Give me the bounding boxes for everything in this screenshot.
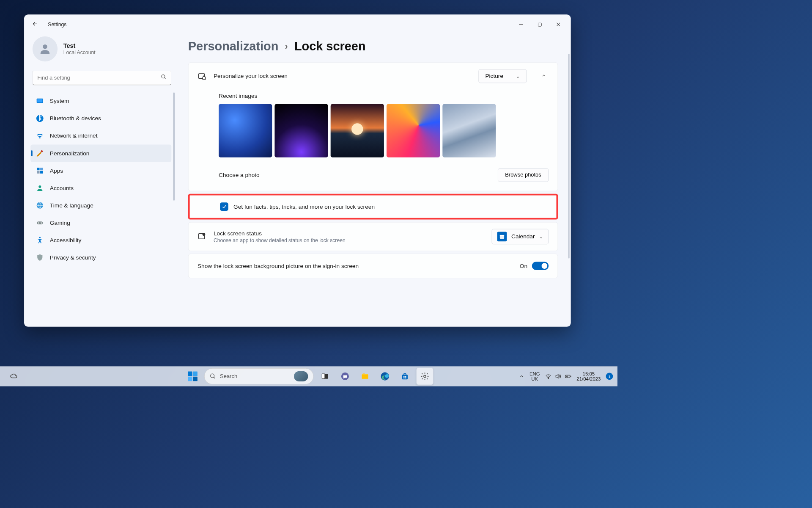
sidebar: Test Local Account SystemBluetooth & dev… — [24, 34, 178, 326]
system-tray[interactable] — [545, 373, 571, 380]
breadcrumb-parent[interactable]: Personalization — [188, 40, 279, 54]
sidebar-item-label: Accessibility — [50, 237, 82, 243]
file-explorer-button[interactable] — [357, 368, 373, 385]
svg-rect-30 — [325, 374, 328, 379]
sidebar-scrollbar[interactable] — [173, 92, 175, 247]
recent-image-thumb[interactable] — [387, 104, 440, 157]
calendar-icon — [497, 232, 507, 241]
content-scrollbar[interactable] — [568, 54, 570, 258]
status-title: Lock screen status — [214, 230, 485, 237]
globe-icon — [36, 201, 44, 210]
settings-window: Settings Test Local Account — [24, 14, 571, 327]
maximize-button[interactable] — [530, 18, 549, 31]
search-input[interactable] — [37, 75, 161, 81]
recent-image-thumb[interactable] — [442, 104, 496, 157]
svg-point-9 — [36, 115, 44, 122]
svg-line-28 — [214, 377, 215, 378]
personalize-select[interactable]: Picture ⌄ — [478, 69, 527, 83]
signin-card: Show the lock screen background picture … — [188, 254, 558, 278]
breadcrumb-current: Lock screen — [294, 40, 366, 54]
svg-rect-13 — [37, 171, 39, 174]
recent-image-thumb[interactable] — [331, 104, 384, 157]
sidebar-item-label: Bluetooth & devices — [50, 115, 101, 122]
search-box[interactable] — [33, 71, 171, 86]
sidebar-item-apps[interactable]: Apps — [30, 162, 171, 179]
funfacts-checkbox[interactable] — [220, 202, 228, 211]
funfacts-label: Get fun facts, tips, tricks, and more on… — [233, 203, 375, 210]
svg-rect-43 — [570, 376, 571, 377]
wifi-icon — [36, 132, 44, 140]
sidebar-item-label: Personalization — [50, 150, 90, 157]
svg-point-27 — [211, 374, 214, 378]
volume-icon — [555, 373, 561, 379]
settings-taskbar-button[interactable] — [417, 368, 433, 385]
sidebar-item-privacy-security[interactable]: Privacy & security — [30, 249, 171, 266]
svg-rect-8 — [37, 99, 42, 102]
notification-badge[interactable]: 1 — [606, 373, 613, 380]
chevron-down-icon: ⌄ — [539, 234, 543, 239]
chat-button[interactable] — [337, 368, 354, 385]
close-button[interactable] — [549, 18, 568, 31]
sidebar-item-personalization[interactable]: Personalization — [30, 144, 171, 162]
minimize-button[interactable] — [512, 18, 530, 31]
store-button[interactable] — [397, 368, 414, 385]
svg-rect-26 — [500, 235, 504, 236]
back-button[interactable] — [32, 20, 43, 28]
svg-rect-11 — [37, 168, 39, 170]
tray-expand-icon[interactable] — [519, 374, 524, 379]
start-button[interactable] — [184, 368, 201, 385]
sidebar-item-bluetooth-devices[interactable]: Bluetooth & devices — [30, 110, 171, 127]
toggle-state: On — [520, 262, 527, 269]
recent-images-row — [219, 104, 549, 157]
browse-photos-button[interactable]: Browse photos — [498, 168, 549, 182]
svg-point-20 — [39, 237, 41, 238]
sidebar-item-network-internet[interactable]: Network & internet — [30, 127, 171, 144]
person-icon — [36, 184, 44, 192]
svg-rect-39 — [405, 377, 406, 378]
funfacts-row[interactable]: Get fun facts, tips, tricks, and more on… — [188, 194, 558, 220]
sidebar-item-accounts[interactable]: Accounts — [30, 179, 171, 197]
sidebar-item-accessibility[interactable]: Accessibility — [30, 232, 171, 249]
taskbar-search[interactable]: Search — [204, 368, 314, 384]
sidebar-item-time-language[interactable]: Time & language — [30, 197, 171, 214]
svg-rect-37 — [405, 376, 406, 377]
sidebar-item-label: Accounts — [50, 185, 74, 191]
profile-block[interactable]: Test Local Account — [30, 34, 175, 69]
nav-list: SystemBluetooth & devicesNetwork & inter… — [30, 92, 175, 266]
svg-rect-29 — [322, 374, 325, 379]
choose-photo-label: Choose a photo — [219, 172, 260, 179]
svg-rect-38 — [403, 377, 404, 378]
svg-rect-35 — [404, 373, 406, 375]
status-app-select[interactable]: Calendar ⌄ — [492, 229, 549, 244]
sidebar-item-label: Gaming — [50, 219, 70, 226]
profile-name: Test — [63, 42, 96, 50]
sidebar-item-label: Network & internet — [50, 133, 98, 139]
signin-label: Show the lock screen background picture … — [198, 262, 520, 269]
svg-point-4 — [43, 44, 47, 49]
svg-rect-22 — [203, 77, 205, 80]
chevron-down-icon: ⌄ — [516, 74, 520, 79]
recent-image-thumb[interactable] — [219, 104, 272, 157]
recent-images-label: Recent images — [219, 93, 549, 99]
wifi-icon — [545, 373, 551, 379]
svg-rect-14 — [40, 171, 43, 174]
sidebar-item-system[interactable]: System — [30, 92, 171, 110]
language-indicator[interactable]: ENGUK — [529, 371, 540, 381]
collapse-button[interactable] — [539, 73, 549, 79]
weather-widget-button[interactable] — [6, 368, 23, 385]
brush-icon — [36, 149, 44, 157]
sidebar-item-gaming[interactable]: Gaming — [30, 214, 171, 232]
svg-point-24 — [203, 233, 205, 235]
apps-icon — [36, 166, 44, 175]
clock[interactable]: 15:0521/04/2023 — [576, 371, 601, 381]
svg-line-6 — [165, 77, 166, 79]
edge-button[interactable] — [376, 368, 393, 385]
battery-icon — [564, 373, 571, 380]
window-controls — [512, 18, 568, 31]
status-card: Lock screen status Choose an app to show… — [188, 222, 558, 251]
signin-toggle[interactable] — [532, 262, 549, 270]
status-icon — [198, 232, 206, 241]
recent-image-thumb[interactable] — [274, 104, 328, 157]
svg-point-19 — [41, 223, 42, 224]
task-view-button[interactable] — [317, 368, 334, 385]
